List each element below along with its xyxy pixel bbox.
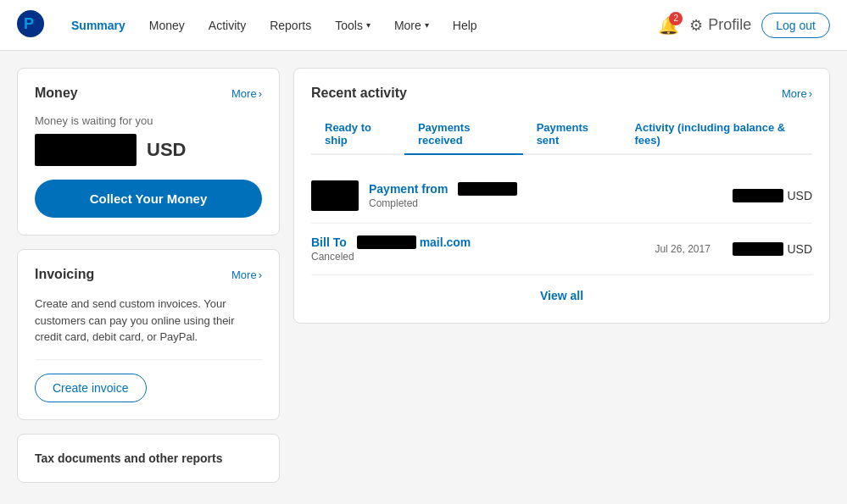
tab-payments-sent[interactable]: Payments sent [523,114,621,155]
activity-more-chevron-icon: › [809,87,812,100]
main-content: Money More › Money is waiting for you US… [0,51,847,500]
svg-text:P: P [24,15,34,32]
money-card: Money More › Money is waiting for you US… [17,68,280,235]
tab-activity-balance[interactable]: Activity (including balance & fees) [621,114,812,155]
invoicing-card-header: Invoicing More › [35,267,262,282]
row2-title-prefix: Bill To [311,235,347,249]
money-more-chevron-icon: › [259,87,262,100]
currency-label: USD [147,139,186,161]
money-more-link[interactable]: More › [231,87,262,100]
row-info-2: Bill To mail.com Canceled [311,235,644,263]
row2-status: Canceled [311,251,644,263]
view-all-link[interactable]: View all [540,289,583,302]
row1-name-redacted [458,182,517,196]
nav-summary[interactable]: Summary [61,12,136,39]
money-waiting-text: Money is waiting for you [35,114,262,127]
invoicing-card: Invoicing More › Create and send custom … [17,249,280,420]
money-card-title: Money [35,86,78,101]
tab-payments-received[interactable]: Payments received [404,114,523,155]
left-column: Money More › Money is waiting for you US… [17,68,280,483]
more-chevron-icon: ▾ [425,20,429,30]
nav-help[interactable]: Help [443,12,488,39]
nav-money[interactable]: Money [139,12,195,39]
activity-card: Recent activity More › Ready to ship Pay… [293,68,830,324]
nav-activity[interactable]: Activity [198,12,256,39]
row2-date: Jul 26, 2017 [655,243,722,255]
tax-card: Tax documents and other reports [17,434,280,483]
activity-header: Recent activity More › [311,86,812,101]
nav-reports[interactable]: Reports [259,12,321,39]
notification-bell-button[interactable]: 🔔 2 [658,15,679,36]
activity-title: Recent activity [311,86,407,101]
navbar: P Summary Money Activity Reports Tools ▾… [0,0,847,51]
row1-status: Completed [369,197,644,209]
nav-tools[interactable]: Tools ▾ [325,12,381,39]
invoicing-more-chevron-icon: › [259,269,262,281]
nav-more[interactable]: More ▾ [384,12,439,39]
row2-title-suffix: mail.com [420,235,471,249]
row2-currency: USD [787,242,812,256]
settings-gear-button[interactable]: ⚙ Profile [689,16,751,35]
gear-icon: ⚙ [689,16,703,35]
money-amount-redacted [35,134,137,166]
activity-tabs: Ready to ship Payments received Payments… [311,114,812,155]
row1-amount-redacted [733,189,783,202]
money-card-header: Money More › [35,86,262,101]
right-column: Recent activity More › Ready to ship Pay… [293,68,830,483]
row1-currency: USD [787,189,812,202]
table-row: Bill To mail.com Canceled Jul 26, 2017 U… [311,224,812,275]
create-invoice-button[interactable]: Create invoice [35,374,147,402]
invoicing-more-link[interactable]: More › [231,269,262,281]
profile-label: Profile [708,16,751,34]
row2-amount: USD [733,242,812,256]
row2-amount-redacted [733,242,783,256]
row-icon-1 [311,180,359,211]
paypal-logo[interactable]: P [17,10,44,40]
notification-badge: 2 [669,12,683,25]
nav-right: 🔔 2 ⚙ Profile Log out [658,13,830,38]
row1-amount: USD [733,189,812,202]
invoicing-description: Create and send custom invoices. Your cu… [35,296,262,346]
activity-more-link[interactable]: More › [782,87,812,100]
row1-title-prefix: Payment from [369,182,448,196]
tab-ready-to-ship[interactable]: Ready to ship [311,114,404,155]
row-info-1: Payment from Completed [369,182,644,209]
table-row: Payment from Completed USD [311,169,812,224]
row-title-2[interactable]: Bill To mail.com [311,235,644,249]
nav-links: Summary Money Activity Reports Tools ▾ M… [61,12,658,39]
tax-card-title: Tax documents and other reports [35,451,222,465]
row2-name-redacted [357,235,416,249]
logout-button[interactable]: Log out [761,13,830,38]
tools-chevron-icon: ▾ [366,20,371,30]
invoicing-card-title: Invoicing [35,267,94,282]
row-title-1[interactable]: Payment from [369,182,644,196]
view-all-row: View all [311,275,812,306]
collect-money-button[interactable]: Collect Your Money [35,180,262,218]
invoicing-divider [35,359,262,360]
money-amount-row: USD [35,134,262,166]
